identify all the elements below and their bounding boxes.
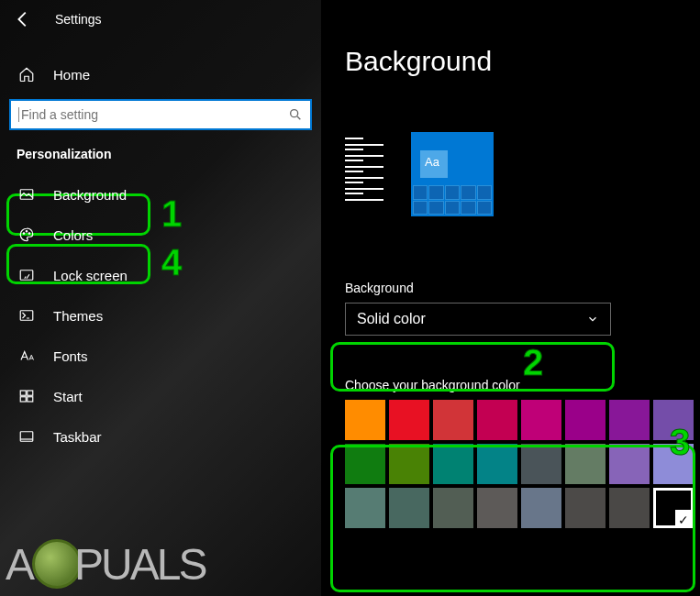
nav-list: Background Colors Lock screen Themes Fon… [0, 174, 321, 457]
svg-rect-9 [20, 397, 26, 402]
color-swatch[interactable] [477, 488, 517, 528]
svg-point-4 [28, 233, 30, 235]
color-swatch[interactable] [389, 400, 429, 440]
color-swatch[interactable] [609, 444, 650, 484]
lockscreen-icon [18, 267, 35, 283]
color-field-label: Choose your background color [345, 378, 676, 392]
search-box[interactable] [9, 99, 312, 130]
svg-rect-10 [28, 397, 33, 402]
search-input[interactable] [18, 107, 288, 122]
color-swatch[interactable] [521, 488, 561, 528]
nav-item-label: Taskbar [53, 429, 102, 445]
svg-rect-11 [20, 432, 33, 442]
page-title: Background [345, 46, 676, 77]
nav-home-label: Home [53, 67, 90, 83]
home-icon [18, 66, 35, 83]
color-swatch[interactable] [389, 444, 429, 484]
preview-lines-icon [345, 132, 383, 216]
themes-icon [18, 307, 35, 324]
nav-start[interactable]: Start [0, 376, 321, 416]
palette-icon [18, 226, 35, 243]
start-icon [18, 388, 35, 404]
preview-desktop-icon: Aa [411, 132, 494, 216]
svg-point-2 [23, 233, 25, 235]
svg-rect-7 [20, 391, 26, 395]
color-swatch[interactable] [477, 400, 517, 440]
nav-taskbar[interactable]: Taskbar [0, 416, 321, 457]
color-swatch[interactable] [609, 488, 650, 528]
background-field-label: Background [345, 281, 676, 295]
search-icon [288, 107, 303, 122]
nav-item-label: Colors [53, 227, 93, 243]
color-swatch[interactable] [433, 400, 473, 440]
color-swatch[interactable] [389, 488, 429, 528]
color-swatch[interactable] [653, 400, 694, 440]
color-swatch[interactable] [345, 488, 385, 528]
preview-sample-text: Aa [425, 155, 439, 169]
back-icon[interactable] [13, 9, 33, 29]
dropdown-value: Solid color [357, 311, 426, 327]
background-dropdown[interactable]: Solid color [345, 303, 611, 336]
nav-item-label: Background [53, 187, 127, 203]
color-swatch[interactable] [565, 488, 606, 528]
header-row: Settings [0, 7, 321, 29]
color-swatch[interactable] [653, 488, 694, 528]
main-panel: Background Aa Background Solid color Cho… [321, 0, 700, 596]
nav-home[interactable]: Home [0, 66, 321, 83]
color-swatch-grid [345, 400, 676, 528]
nav-lockscreen[interactable]: Lock screen [0, 255, 321, 295]
color-swatch[interactable] [565, 444, 606, 484]
nav-item-label: Lock screen [53, 268, 128, 283]
color-swatch[interactable] [345, 400, 385, 440]
color-swatch[interactable] [653, 444, 694, 484]
color-swatch[interactable] [433, 488, 473, 528]
sidebar: Settings Home Personalization Background… [0, 0, 321, 596]
chevron-down-icon [586, 313, 599, 326]
preview-area: Aa [345, 132, 676, 216]
section-label: Personalization [17, 147, 321, 161]
color-swatch[interactable] [433, 444, 473, 484]
color-swatch[interactable] [345, 444, 385, 484]
svg-point-3 [26, 231, 28, 233]
nav-themes[interactable]: Themes [0, 295, 321, 336]
color-swatch[interactable] [609, 400, 650, 440]
color-swatch[interactable] [521, 444, 561, 484]
fonts-icon [18, 348, 35, 364]
svg-point-0 [291, 110, 298, 117]
taskbar-icon [18, 428, 35, 445]
svg-rect-6 [20, 311, 33, 321]
color-swatch[interactable] [477, 444, 517, 484]
nav-colors[interactable]: Colors [0, 215, 321, 255]
nav-item-label: Fonts [53, 348, 88, 364]
nav-item-label: Start [53, 389, 83, 404]
picture-icon [18, 186, 35, 203]
nav-fonts[interactable]: Fonts [0, 336, 321, 376]
svg-rect-8 [28, 391, 33, 395]
app-title: Settings [55, 12, 102, 27]
nav-background[interactable]: Background [0, 174, 321, 215]
nav-item-label: Themes [53, 308, 103, 324]
color-swatch[interactable] [521, 400, 561, 440]
color-swatch[interactable] [565, 400, 606, 440]
